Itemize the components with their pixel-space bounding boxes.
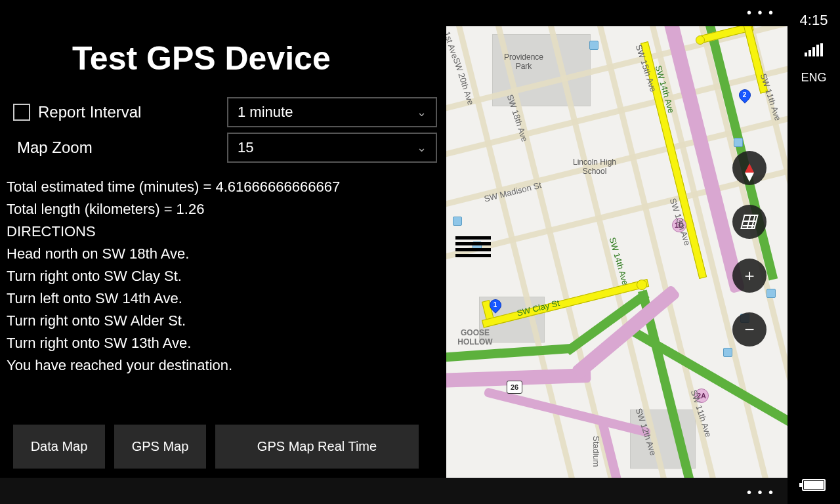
direction-step: You have reached your destination. (7, 354, 440, 377)
estimated-time: Total estimated time (minutes) = 4.61666… (7, 176, 440, 198)
bottom-bar: • • • (0, 478, 788, 504)
report-interval-checkbox[interactable] (13, 104, 30, 121)
direction-step: Turn right onto SW Clay St. (7, 265, 440, 287)
title-bar: • • • (0, 0, 788, 26)
crosswalk-icon (455, 236, 491, 257)
compass-icon (745, 163, 754, 173)
direction-step: Turn left onto SW 14th Ave. (7, 287, 440, 310)
signal-icon (805, 43, 823, 56)
total-length: Total length (kilometers) = 1.26 (7, 198, 440, 220)
zoom-out-button[interactable]: − (732, 312, 766, 346)
poi-label: Lincoln High School (562, 158, 627, 176)
poi-label: Providence Park (497, 52, 550, 71)
report-interval-select[interactable]: 1 minute ⌄ (227, 97, 437, 127)
map-zoom-value: 15 (238, 139, 253, 156)
clock: 4:15 (800, 12, 828, 29)
report-interval-value: 1 minute (238, 104, 293, 121)
direction-step: Turn right onto SW 13th Ave. (7, 332, 440, 354)
map-zoom-label: Map Zoom (17, 138, 227, 157)
chevron-down-icon: ⌄ (417, 140, 427, 155)
bus-stop-icon (766, 289, 776, 298)
street-label: Stadium (591, 436, 601, 467)
map-zoom-select[interactable]: 15 ⌄ (227, 133, 437, 163)
battery-icon (802, 479, 826, 491)
direction-step: Turn right onto SW Alder St. (7, 310, 440, 332)
plus-icon: + (744, 266, 754, 286)
map-view[interactable]: 1 2 1D 2A 26 1st Ave SW 20th Ave SW 18th… (446, 26, 788, 478)
left-panel: Test GPS Device Report Interval 1 minute… (0, 26, 446, 478)
bus-stop-icon (723, 348, 732, 357)
grid-icon (740, 215, 758, 229)
bus-stop-icon (589, 41, 598, 50)
directions-text: Total estimated time (minutes) = 4.61666… (7, 176, 440, 377)
poi-label: GOOSE HOLLOW (449, 328, 501, 346)
map-style-button[interactable] (732, 205, 766, 239)
direction-step: Head north on SW 18th Ave. (7, 243, 440, 265)
more-icon[interactable]: • • • (747, 5, 774, 20)
bus-stop-icon (453, 217, 462, 226)
chevron-down-icon: ⌄ (417, 105, 427, 119)
language-indicator[interactable]: ENG (801, 71, 826, 85)
minus-icon: − (744, 320, 754, 340)
system-tray: 4:15 ENG (788, 0, 840, 504)
zoom-in-button[interactable]: + (732, 259, 766, 293)
gps-map-button[interactable]: GPS Map (114, 425, 206, 469)
gps-map-realtime-button[interactable]: GPS Map Real Time (215, 425, 419, 469)
route-shield-us: 26 (507, 381, 522, 394)
compass-button[interactable] (732, 151, 766, 185)
page-title: Test GPS Device (72, 39, 440, 77)
directions-header: DIRECTIONS (7, 220, 440, 243)
more-icon[interactable]: • • • (747, 485, 774, 500)
bus-stop-icon (734, 138, 743, 147)
data-map-button[interactable]: Data Map (13, 425, 105, 469)
report-interval-label: Report Interval (38, 103, 227, 121)
